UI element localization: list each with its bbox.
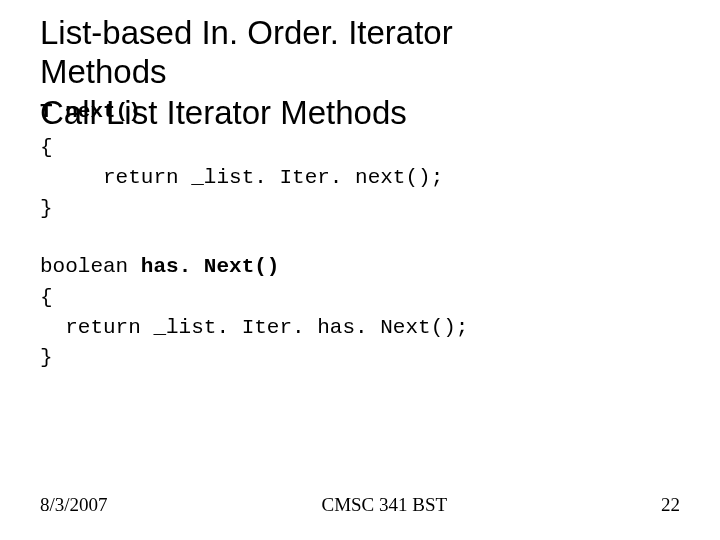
code-overlap-next: T next(): [40, 100, 141, 123]
code1-return: return _list. Iter. next();: [40, 163, 680, 193]
code2-signature: boolean has. Next(): [40, 252, 680, 282]
title-line-2: Methods: [40, 53, 680, 92]
title-line-1: List-based In. Order. Iterator: [40, 14, 680, 53]
code2-brace-close: }: [40, 343, 680, 373]
code1-brace-close: }: [40, 194, 680, 224]
footer: 8/3/2007 CMSC 341 BST 22: [40, 494, 680, 516]
code-block-2: boolean has. Next() { return _list. Iter…: [40, 252, 680, 374]
footer-course: CMSC 341 BST: [108, 494, 661, 516]
code2-return: return _list. Iter. has. Next();: [40, 313, 680, 343]
footer-date: 8/3/2007: [40, 494, 108, 516]
code2-method: has. Next(): [141, 255, 280, 278]
code2-keyword: boolean: [40, 255, 141, 278]
slide: List-based In. Order. Iterator Methods C…: [0, 0, 720, 540]
title-block: List-based In. Order. Iterator Methods: [40, 14, 680, 92]
code-block-1: { return _list. Iter. next(); }: [40, 133, 680, 224]
overlap-section: Call List Iterator Methods T next(): [40, 94, 680, 133]
footer-page: 22: [661, 494, 680, 516]
code1-brace-open: {: [40, 133, 680, 163]
code2-brace-open: {: [40, 283, 680, 313]
